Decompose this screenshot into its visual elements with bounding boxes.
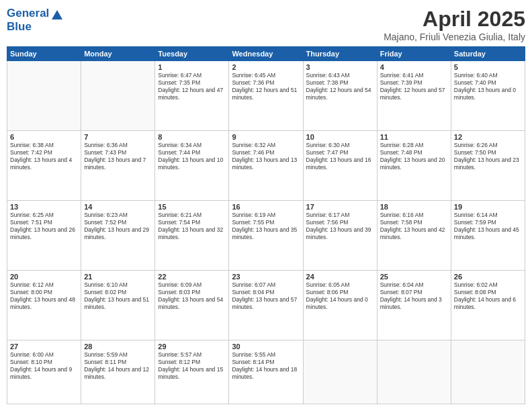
cell-info: Sunrise: 6:40 AM Sunset: 7:40 PM Dayligh… <box>454 72 522 101</box>
cell-info: Sunrise: 6:14 AM Sunset: 7:59 PM Dayligh… <box>454 212 522 241</box>
title-block: April 2025 Majano, Friuli Venezia Giulia… <box>384 7 525 42</box>
cell-info: Sunrise: 6:28 AM Sunset: 7:48 PM Dayligh… <box>380 142 448 171</box>
calendar-cell: 15Sunrise: 6:21 AM Sunset: 7:54 PM Dayli… <box>155 201 229 271</box>
calendar-cell: 8Sunrise: 6:34 AM Sunset: 7:44 PM Daylig… <box>155 131 229 201</box>
day-number: 3 <box>306 63 374 71</box>
calendar-cell: 22Sunrise: 6:09 AM Sunset: 8:03 PM Dayli… <box>155 271 229 340</box>
cell-info: Sunrise: 6:47 AM Sunset: 7:35 PM Dayligh… <box>158 72 226 101</box>
cell-info: Sunrise: 6:43 AM Sunset: 7:38 PM Dayligh… <box>306 72 374 101</box>
weekday-saturday: Saturday <box>451 47 525 61</box>
cell-info: Sunrise: 6:41 AM Sunset: 7:39 PM Dayligh… <box>380 72 448 101</box>
logo-general: General <box>7 7 49 19</box>
day-number: 24 <box>306 273 374 281</box>
cell-info: Sunrise: 6:04 AM Sunset: 8:07 PM Dayligh… <box>380 281 448 311</box>
week-row-1: 6Sunrise: 6:38 AM Sunset: 7:42 PM Daylig… <box>7 131 525 201</box>
cell-info: Sunrise: 6:00 AM Sunset: 8:10 PM Dayligh… <box>10 351 78 381</box>
cell-info: Sunrise: 6:10 AM Sunset: 8:02 PM Dayligh… <box>84 281 152 311</box>
calendar-cell <box>81 61 155 131</box>
calendar-cell: 1Sunrise: 6:47 AM Sunset: 7:35 PM Daylig… <box>155 61 229 131</box>
cell-info: Sunrise: 6:05 AM Sunset: 8:06 PM Dayligh… <box>306 281 374 311</box>
day-number: 17 <box>306 203 374 211</box>
calendar-cell <box>7 61 81 131</box>
day-number: 1 <box>158 63 226 71</box>
day-number: 15 <box>158 203 226 211</box>
day-number: 13 <box>10 203 78 211</box>
day-number: 5 <box>454 63 522 71</box>
calendar-cell: 14Sunrise: 6:23 AM Sunset: 7:52 PM Dayli… <box>81 201 155 271</box>
header: General Blue April 2025 Majano, Friuli V… <box>7 7 525 42</box>
day-number: 10 <box>306 133 374 141</box>
day-number: 26 <box>454 273 522 281</box>
calendar-cell: 23Sunrise: 6:07 AM Sunset: 8:04 PM Dayli… <box>229 271 303 340</box>
cell-info: Sunrise: 6:17 AM Sunset: 7:56 PM Dayligh… <box>306 212 374 241</box>
day-number: 8 <box>158 133 226 141</box>
cell-info: Sunrise: 6:34 AM Sunset: 7:44 PM Dayligh… <box>158 142 226 171</box>
cell-info: Sunrise: 6:38 AM Sunset: 7:42 PM Dayligh… <box>10 142 78 171</box>
calendar-cell <box>303 340 377 404</box>
cell-info: Sunrise: 6:26 AM Sunset: 7:50 PM Dayligh… <box>454 142 522 171</box>
logo-icon <box>50 9 64 21</box>
logo: General Blue <box>7 7 62 33</box>
day-number: 6 <box>10 133 78 141</box>
calendar-cell: 21Sunrise: 6:10 AM Sunset: 8:02 PM Dayli… <box>81 271 155 340</box>
calendar-cell: 20Sunrise: 6:12 AM Sunset: 8:00 PM Dayli… <box>7 271 81 340</box>
calendar-cell: 7Sunrise: 6:36 AM Sunset: 7:43 PM Daylig… <box>81 131 155 201</box>
calendar-cell: 11Sunrise: 6:28 AM Sunset: 7:48 PM Dayli… <box>377 131 451 201</box>
calendar-cell: 28Sunrise: 5:59 AM Sunset: 8:11 PM Dayli… <box>81 340 155 404</box>
cell-info: Sunrise: 6:25 AM Sunset: 7:51 PM Dayligh… <box>10 212 78 241</box>
calendar-cell: 13Sunrise: 6:25 AM Sunset: 7:51 PM Dayli… <box>7 201 81 271</box>
weekday-sunday: Sunday <box>7 47 81 61</box>
calendar-cell: 2Sunrise: 6:45 AM Sunset: 7:36 PM Daylig… <box>229 61 303 131</box>
cell-info: Sunrise: 6:45 AM Sunset: 7:36 PM Dayligh… <box>232 72 300 101</box>
calendar-cell: 17Sunrise: 6:17 AM Sunset: 7:56 PM Dayli… <box>303 201 377 271</box>
calendar-cell: 27Sunrise: 6:00 AM Sunset: 8:10 PM Dayli… <box>7 340 81 404</box>
week-row-2: 13Sunrise: 6:25 AM Sunset: 7:51 PM Dayli… <box>7 201 525 271</box>
calendar-cell: 4Sunrise: 6:41 AM Sunset: 7:39 PM Daylig… <box>377 61 451 131</box>
calendar-cell: 6Sunrise: 6:38 AM Sunset: 7:42 PM Daylig… <box>7 131 81 201</box>
day-number: 22 <box>158 273 226 281</box>
logo-blue: Blue <box>7 20 62 34</box>
day-number: 12 <box>454 133 522 141</box>
week-row-4: 27Sunrise: 6:00 AM Sunset: 8:10 PM Dayli… <box>7 340 525 404</box>
calendar-cell: 26Sunrise: 6:02 AM Sunset: 8:08 PM Dayli… <box>451 271 525 340</box>
day-number: 30 <box>232 342 300 351</box>
day-number: 25 <box>380 273 448 281</box>
calendar-cell <box>377 340 451 404</box>
day-number: 9 <box>232 133 300 141</box>
page: General Blue April 2025 Majano, Friuli V… <box>0 0 532 411</box>
cell-info: Sunrise: 6:16 AM Sunset: 7:58 PM Dayligh… <box>380 212 448 241</box>
week-row-0: 1Sunrise: 6:47 AM Sunset: 7:35 PM Daylig… <box>7 61 525 131</box>
calendar-body: 1Sunrise: 6:47 AM Sunset: 7:35 PM Daylig… <box>7 61 525 404</box>
day-number: 21 <box>84 273 152 281</box>
weekday-header-row: SundayMondayTuesdayWednesdayThursdayFrid… <box>7 47 525 61</box>
calendar-cell: 5Sunrise: 6:40 AM Sunset: 7:40 PM Daylig… <box>451 61 525 131</box>
day-number: 4 <box>380 63 448 71</box>
calendar-cell: 10Sunrise: 6:30 AM Sunset: 7:47 PM Dayli… <box>303 131 377 201</box>
cell-info: Sunrise: 5:59 AM Sunset: 8:11 PM Dayligh… <box>84 351 152 381</box>
cell-info: Sunrise: 5:57 AM Sunset: 8:12 PM Dayligh… <box>158 351 226 381</box>
day-number: 14 <box>84 203 152 211</box>
weekday-tuesday: Tuesday <box>155 47 229 61</box>
calendar-cell: 12Sunrise: 6:26 AM Sunset: 7:50 PM Dayli… <box>451 131 525 201</box>
day-number: 27 <box>10 342 78 351</box>
cell-info: Sunrise: 6:07 AM Sunset: 8:04 PM Dayligh… <box>232 281 300 311</box>
day-number: 7 <box>84 133 152 141</box>
day-number: 29 <box>158 342 226 351</box>
day-number: 28 <box>84 342 152 351</box>
day-number: 2 <box>232 63 300 71</box>
week-row-3: 20Sunrise: 6:12 AM Sunset: 8:00 PM Dayli… <box>7 271 525 340</box>
calendar-cell: 29Sunrise: 5:57 AM Sunset: 8:12 PM Dayli… <box>155 340 229 404</box>
cell-info: Sunrise: 6:02 AM Sunset: 8:08 PM Dayligh… <box>454 281 522 311</box>
calendar-cell: 3Sunrise: 6:43 AM Sunset: 7:38 PM Daylig… <box>303 61 377 131</box>
calendar-cell: 9Sunrise: 6:32 AM Sunset: 7:46 PM Daylig… <box>229 131 303 201</box>
location-title: Majano, Friuli Venezia Giulia, Italy <box>384 32 525 42</box>
calendar-cell <box>451 340 525 404</box>
calendar-cell: 30Sunrise: 5:55 AM Sunset: 8:14 PM Dayli… <box>229 340 303 404</box>
day-number: 20 <box>10 273 78 281</box>
weekday-monday: Monday <box>81 47 155 61</box>
cell-info: Sunrise: 6:12 AM Sunset: 8:00 PM Dayligh… <box>10 281 78 311</box>
cell-info: Sunrise: 6:32 AM Sunset: 7:46 PM Dayligh… <box>232 142 300 171</box>
day-number: 18 <box>380 203 448 211</box>
cell-info: Sunrise: 6:23 AM Sunset: 7:52 PM Dayligh… <box>84 212 152 241</box>
calendar-cell: 24Sunrise: 6:05 AM Sunset: 8:06 PM Dayli… <box>303 271 377 340</box>
